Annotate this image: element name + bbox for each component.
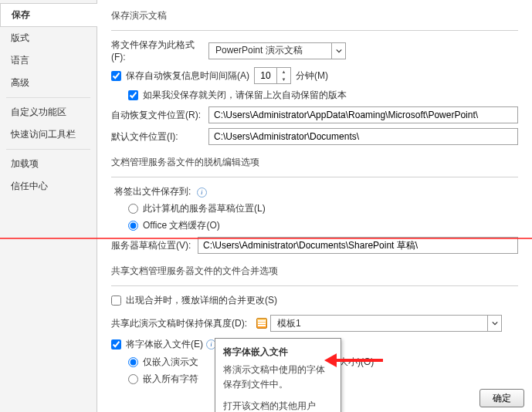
spinner-down-icon[interactable]: ▼ — [277, 76, 290, 83]
autosave-interval-spinner[interactable]: ▲▼ — [254, 67, 291, 84]
save-format-combo[interactable]: PowerPoint 演示文稿 — [208, 42, 346, 59]
sidebar-item-save[interactable]: 保存 — [0, 3, 97, 27]
server-draft-path-label: 服务器草稿位置(V): — [111, 239, 198, 252]
embed-all-radio[interactable] — [128, 374, 138, 384]
embed-fonts-checkbox[interactable] — [111, 339, 121, 350]
section-merge: 共享文档管理服务器文件的文件合并选项 — [111, 265, 518, 278]
chevron-down-icon — [487, 316, 501, 331]
embed-fonts-label: 将字体嵌入文件(E) — [126, 338, 203, 351]
sidebar-item-customize-ribbon[interactable]: 自定义功能区 — [0, 101, 97, 123]
show-merge-checkbox[interactable] — [111, 295, 121, 306]
server-draft-path-input[interactable] — [198, 237, 518, 254]
embed-all-label: 嵌入所有字符 — [143, 373, 198, 386]
show-merge-label: 出现合并时，獲放详细的合并更改(S) — [126, 294, 277, 307]
section-doc-mgmt: 文档管理服务器文件的脱机编辑选项 — [111, 156, 518, 169]
divider — [111, 177, 518, 177]
minutes-label: 分钟(M) — [296, 69, 328, 83]
embed-used-radio[interactable] — [128, 357, 138, 367]
sidebar-item-trust-center[interactable]: 信任中心 — [0, 175, 97, 198]
local-drafts-label: 此计算机的服务器草稿位置(L) — [143, 202, 266, 215]
local-drafts-radio[interactable] — [128, 204, 138, 214]
spinner-up-icon[interactable]: ▲ — [277, 68, 290, 76]
embed-used-label: 仅嵌入演示文 — [143, 356, 198, 369]
autosave-checkbox[interactable] — [111, 71, 121, 81]
sidebar-separator — [6, 149, 90, 150]
tooltip-body-2: 打开该文档的其他用户 — [223, 399, 333, 412]
presentation-icon — [256, 318, 267, 329]
autorecover-path-label: 自动恢复文件位置(R): — [111, 109, 208, 122]
divider — [111, 30, 518, 31]
section-save-presentation: 保存演示文稿 — [111, 9, 518, 22]
ok-button[interactable]: 确定 — [479, 389, 524, 407]
autosave-interval-input[interactable] — [255, 68, 276, 83]
autorecover-path-input[interactable] — [208, 106, 518, 123]
fidelity-doc-combo[interactable]: 模板1 — [270, 315, 502, 332]
fidelity-doc-value: 模板1 — [271, 317, 487, 330]
divider — [111, 285, 518, 286]
keep-last-checkbox[interactable] — [128, 90, 138, 100]
autosave-label: 保存自动恢复信息时间间隔(A) — [126, 69, 249, 83]
tooltip-title: 将字体嵌入文件 — [223, 345, 333, 360]
save-format-value: PowerPoint 演示文稿 — [209, 44, 331, 57]
sidebar-item-advanced[interactable]: 高级 — [0, 72, 97, 94]
office-cache-radio[interactable] — [128, 221, 138, 231]
checkout-to-label: 将签出文件保存到: — [114, 186, 191, 197]
office-cache-label: Office 文档缓存(O) — [143, 219, 220, 232]
sidebar-item-qat[interactable]: 快速访问工具栏 — [0, 123, 97, 146]
embed-fonts-tooltip: 将字体嵌入文件 将演示文稿中使用的字体保存到文件中。 打开该文档的其他用户 — [215, 338, 341, 412]
save-format-label: 将文件保存为此格式(F): — [111, 39, 208, 62]
tooltip-body-1: 将演示文稿中使用的字体保存到文件中。 — [223, 363, 333, 392]
chevron-down-icon — [331, 43, 345, 59]
info-icon[interactable]: i — [197, 187, 207, 198]
default-path-label: 默认文件位置(I): — [111, 130, 208, 144]
keep-last-label: 如果我没保存就关闭，请保留上次自动保留的版本 — [143, 89, 347, 102]
sidebar: 保存 版式 语言 高级 自定义功能区 快速访问工具栏 加载项 信任中心 — [0, 0, 97, 412]
sidebar-item-layout[interactable]: 版式 — [0, 27, 97, 49]
default-path-input[interactable] — [208, 128, 518, 145]
fidelity-label: 共享此演示文稿时保持保真度(D): — [111, 317, 247, 330]
sidebar-separator — [6, 97, 90, 98]
sidebar-item-addins[interactable]: 加载项 — [0, 153, 97, 175]
sidebar-item-language[interactable]: 语言 — [0, 49, 97, 72]
